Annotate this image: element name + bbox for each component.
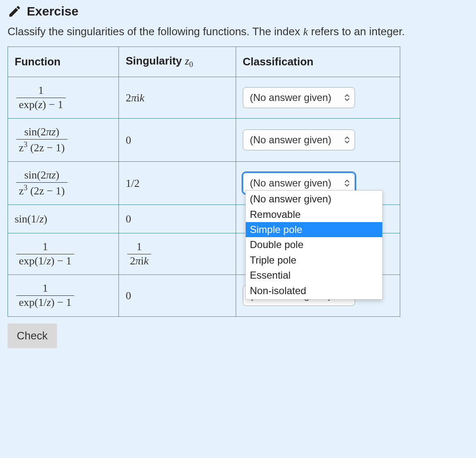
classification-select[interactable]: (No answer given) [243, 129, 355, 150]
function-cell: 1exp(z) − 1 [8, 77, 119, 119]
table-row: sin(2πz)z3 (2z − 1)0(No answer given) [8, 119, 400, 162]
select-caret-icon [345, 94, 350, 101]
header-classification: Classification [236, 47, 400, 77]
math-inline: 0 [126, 213, 131, 225]
select-caret-icon [345, 137, 350, 143]
select-value: (No answer given) [250, 134, 332, 146]
dropdown-option[interactable]: Triple pole [246, 253, 382, 268]
function-cell: 1exp(1/z) − 1 [8, 233, 119, 275]
math-inline: 0 [126, 290, 131, 302]
dropdown-option[interactable]: Double pole [246, 237, 382, 252]
dropdown-option[interactable]: Simple pole [246, 222, 382, 237]
singularity-cell: 1/2 [119, 162, 236, 205]
classification-dropdown[interactable]: (No answer given)RemovableSimple poleDou… [245, 190, 383, 300]
exercise-table: Function Singularity z0 Classification 1… [8, 47, 400, 316]
prompt-text-before: Classify the singularities of the follow… [8, 25, 303, 38]
dropdown-option[interactable]: Essential [246, 268, 382, 283]
classification-cell: (No answer given) [236, 119, 400, 162]
math-inline: 1/2 [126, 177, 139, 189]
math-inline: 0 [126, 134, 131, 146]
classification-select[interactable]: (No answer given) [243, 87, 355, 108]
select-value: (No answer given) [250, 92, 332, 104]
dropdown-option[interactable]: Non-isolated [246, 283, 382, 298]
classification-cell: (No answer given) [236, 77, 400, 119]
exercise-header: Exercise [8, 4, 468, 18]
select-value: (No answer given) [250, 177, 332, 189]
singularity-cell: 0 [119, 119, 236, 162]
select-caret-icon [345, 180, 350, 186]
function-cell: 1exp(1/z) − 1 [8, 275, 119, 316]
check-button[interactable]: Check [8, 323, 57, 348]
header-singularity: Singularity z0 [119, 47, 236, 77]
singularity-cell: 0 [119, 275, 236, 316]
function-cell: sin(2πz)z3 (2z − 1) [8, 162, 119, 205]
math-fraction: 1exp(z) − 1 [16, 85, 66, 111]
singularity-cell: 0 [119, 205, 236, 233]
prompt-variable-k: k [303, 26, 308, 38]
dropdown-option[interactable]: (No answer given) [246, 191, 382, 207]
classification-cell: (No answer given)(No answer given)Remova… [236, 162, 400, 205]
math-fraction: sin(2πz)z3 (2z − 1) [16, 169, 67, 197]
table-row: 1exp(z) − 12πik(No answer given) [8, 77, 400, 119]
singularity-cell: 2πik [119, 77, 236, 119]
math-fraction: 1exp(1/z) − 1 [16, 282, 74, 308]
header-function: Function [8, 47, 119, 77]
math-inline: sin(1/z) [15, 213, 47, 225]
exercise-prompt: Classify the singularities of the follow… [8, 24, 468, 39]
table-row: sin(2πz)z3 (2z − 1)1/2(No answer given)(… [8, 162, 400, 205]
exercise-title: Exercise [27, 4, 78, 18]
function-cell: sin(2πz)z3 (2z − 1) [8, 119, 119, 162]
singularity-cell: 12πik [119, 233, 236, 275]
math-inline: 2πik [126, 92, 144, 104]
math-fraction: 12πik [127, 241, 151, 267]
prompt-text-after: refers to an integer. [308, 25, 405, 38]
pencil-icon [8, 4, 22, 18]
function-cell: sin(1/z) [8, 205, 119, 233]
dropdown-option[interactable]: Removable [246, 207, 382, 222]
math-fraction: 1exp(1/z) − 1 [16, 241, 74, 267]
math-fraction: sin(2πz)z3 (2z − 1) [16, 126, 67, 154]
